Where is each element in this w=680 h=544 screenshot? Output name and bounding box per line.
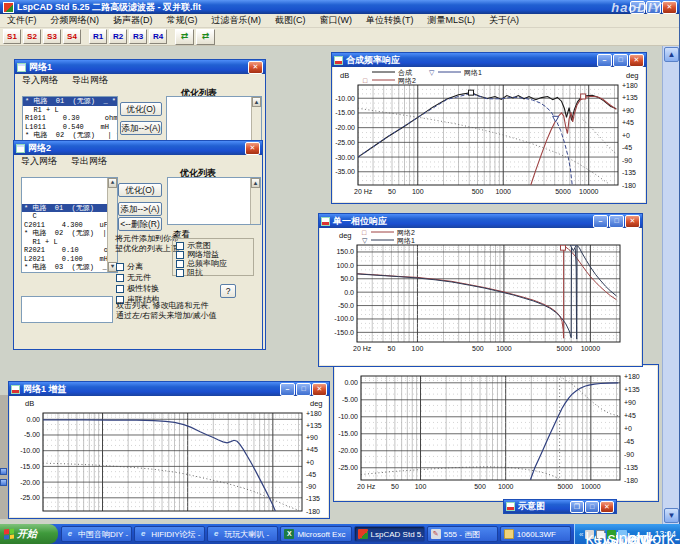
taskbar-task-button[interactable]: HIFIDIY论坛 - [134,526,205,542]
dialog-menu-item[interactable]: 导入网络 [21,155,57,168]
scroll-up-icon[interactable]: ▲ [664,47,679,62]
component-row[interactable]: C2011 4.300 uF [22,221,117,230]
close-button[interactable]: ✕ [629,54,644,67]
add-button[interactable]: 添加-->(A) [120,121,162,135]
close-button[interactable]: ✕ [248,61,263,74]
component-row[interactable]: * 电路 02 (无源) | * [23,131,117,140]
dialog-menu-item[interactable]: 导出网络 [71,155,107,168]
menu-item[interactable]: 单位转换(T) [359,14,421,27]
tray-icon[interactable]: shield-icon [607,530,616,539]
component-row[interactable]: R1011 0.30 ohm [23,114,117,123]
list-scrollbar[interactable]: ▲ ▼ [107,178,117,272]
network-slot-button[interactable]: R4 [149,29,167,44]
component-row[interactable]: * 电路 02 (无源) | * [22,229,117,238]
speaker-slot-button[interactable]: S4 [63,29,81,44]
component-listbox[interactable]: * 电路 01 (无源) _ * R1 + LR1011 0.30 ohmL10… [22,96,118,144]
restore-button[interactable]: ❐ [570,501,584,513]
minimize-button[interactable]: – [280,383,295,396]
taskbar-task-button[interactable]: 555 - 画图 [427,526,498,542]
close-button[interactable]: ✕ [625,215,640,228]
scroll-up-icon[interactable]: ▲ [108,178,117,188]
remove-button[interactable]: <--删除(R) [118,217,162,231]
view-checkbox[interactable]: 总频率响应 [176,259,253,268]
taskbar-task-button[interactable]: Microsoft Exc [280,526,351,542]
component-row[interactable]: R2021 0.10 ohm [22,246,117,255]
dialog-titlebar[interactable]: 网络1 ✕ [15,60,265,74]
component-row[interactable]: * 电路 01 (无源) _ * [23,97,117,106]
maximize-button[interactable]: □ [296,383,311,396]
optimize-button[interactable]: 优化(O) [120,102,162,116]
maximize-button[interactable]: □ [613,54,628,67]
close-button[interactable]: ✕ [662,1,677,14]
footer-hint-line2: 通过左/右箭头来增加/减小值 [116,311,256,321]
tray-chevron-icon[interactable]: « [579,530,583,539]
scroll-up-icon[interactable]: ▲ [251,178,260,188]
tray-icon[interactable]: display-icon [596,530,605,539]
dialog-titlebar[interactable]: 网络2 ✕ [14,141,262,155]
component-row[interactable]: C [22,272,117,274]
scroll-down-icon[interactable]: ▼ [664,508,679,523]
taskbar-task-button[interactable]: LspCAD Std 5... [354,526,425,542]
close-button[interactable]: ✕ [312,383,327,396]
speaker-slot-button[interactable]: S1 [3,29,21,44]
component-listbox[interactable]: ▲ ▼ * 电路 01 (无源) * CC2011 4.300 uF* 电路 0… [21,177,118,273]
minimize-button[interactable]: – [593,215,608,228]
background-window-button [0,479,7,486]
view-checkbox[interactable]: 网络增益 [176,250,253,259]
network-slot-button[interactable]: R3 [129,29,147,44]
taskbar-task-button[interactable]: 中国音响DIY - [61,526,132,542]
component-row[interactable]: C [22,212,117,221]
view-checkbox[interactable]: 示意图 [176,241,253,250]
dialog-menu-item[interactable]: 导入网络 [22,74,58,87]
window-titlebar[interactable]: 合成频率响应 – □ ✕ [332,53,646,67]
option-checkbox[interactable]: 无元件 [116,273,151,282]
menu-item[interactable]: 过滤音乐(M) [205,14,269,27]
speaker-slot-button[interactable]: S3 [43,29,61,44]
help-button[interactable]: ? [220,284,236,298]
option-checkbox[interactable]: 极性转换 [116,284,159,293]
menu-item[interactable]: 扬声器(D) [106,14,160,27]
taskbar-task-button[interactable]: 玩玩大喇叭 - [207,526,278,542]
component-row[interactable]: * 电路 03 (无源) _ * [22,263,117,272]
window-titlebar[interactable]: 网络1 增益 – □ ✕ [9,382,329,396]
optimize-list-box[interactable]: ▲ [167,177,261,225]
tray-icon[interactable]: network-icon [618,530,627,539]
component-row[interactable]: * 电路 01 (无源) * [22,204,117,213]
window-titlebar[interactable]: 单一相位响应 – □ ✕ [319,214,642,228]
dialog-menu-item[interactable]: 导出网络 [72,74,108,87]
menu-item[interactable]: 文件(F) [0,14,44,27]
view-checkbox[interactable]: 阻抗 [176,268,253,277]
maximize-button[interactable]: □ [609,215,624,228]
network-slot-button[interactable]: R2 [109,29,127,44]
network-paste-icon[interactable]: ⇄ [196,29,215,45]
close-button[interactable]: ✕ [600,501,614,513]
menu-item[interactable]: 测量MLS(L) [421,14,483,27]
window-titlebar[interactable]: 示意图 ❐ □ ✕ [504,500,616,513]
menu-item[interactable]: 窗口(W) [313,14,360,27]
component-row[interactable]: R1 + L [22,238,117,247]
network-slot-button[interactable]: R1 [89,29,107,44]
component-row[interactable]: L1011 0.540 mH [23,123,117,132]
close-button[interactable]: ✕ [245,142,260,155]
maximize-button[interactable]: □ [585,501,599,513]
component-row[interactable]: R1 + L [23,106,117,115]
note-box[interactable] [21,296,113,323]
menu-item[interactable]: 常规(G) [160,14,205,27]
minimize-button[interactable]: – [597,54,612,67]
scroll-up-icon[interactable]: ▲ [252,97,261,107]
workspace-vertical-scrollbar[interactable]: ▲ ▼ [662,46,680,524]
list-scrollbar[interactable]: ▲ [250,178,260,224]
option-checkbox[interactable]: 分离 [116,262,151,271]
menu-item[interactable]: 截图(C) [268,14,313,27]
add-button[interactable]: 添加-->(A) [118,202,162,216]
start-button[interactable]: 开始 [0,524,58,544]
component-row[interactable]: L2021 0.100 mH [22,255,117,264]
menu-item[interactable]: 关于(A) [482,14,526,27]
speaker-slot-button[interactable]: S2 [23,29,41,44]
optimize-button[interactable]: 优化(O) [118,183,162,197]
menu-item[interactable]: 分频网络(N) [44,14,107,27]
app-titlebar[interactable]: LspCAD Std 5.25 二路高级滤波器 - 双并联.flt – □ ✕ [0,0,680,14]
tray-icon[interactable]: keyboard-icon [585,530,594,539]
taskbar-task-button[interactable]: 1060L3WF [500,526,571,542]
network-copy-icon[interactable]: ⇄ [175,29,194,45]
